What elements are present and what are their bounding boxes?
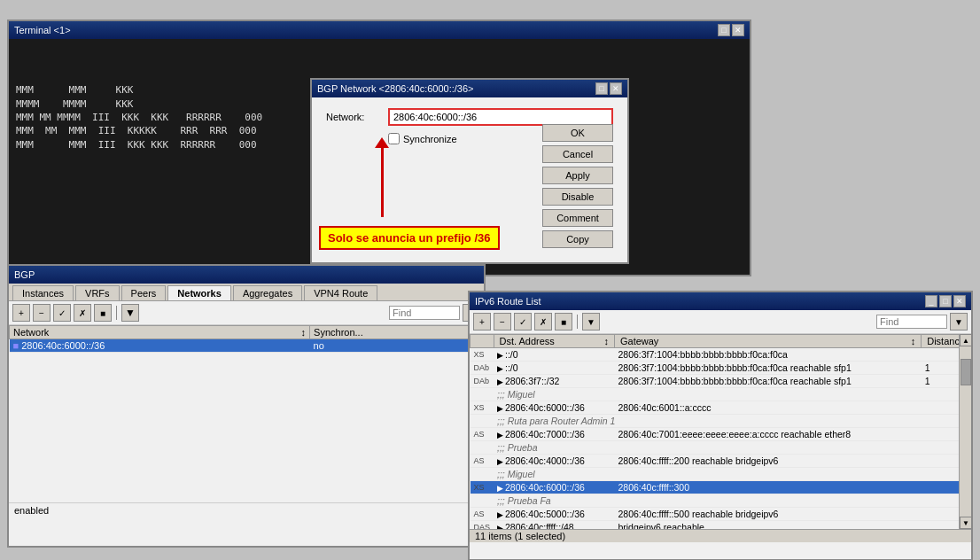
- col-sync[interactable]: Synchron...: [310, 326, 484, 339]
- terminal-restore-btn[interactable]: □: [718, 24, 730, 36]
- bgp-title: BGP: [14, 269, 35, 280]
- scroll-up-btn[interactable]: ▲: [960, 334, 971, 346]
- terminal-titlebar-buttons: □ ✕: [718, 24, 744, 36]
- row-dst: ▶2806:40c:5000::/36: [494, 508, 614, 521]
- row-dst: ▶2806:40c:4000::/36: [494, 455, 614, 468]
- row-type: DAb: [471, 362, 494, 375]
- table-row[interactable]: DAb ▶::/0 2806:3f7:1004:bbbb:bbbb:bbbb:f…: [471, 362, 971, 375]
- ipv6-titlebar: IPv6 Route List _ □ ✕: [470, 292, 971, 310]
- row-type: AS: [471, 428, 494, 441]
- row-comment: ;;; Ruta para Router Admin 1: [494, 415, 970, 428]
- dialog-buttons: OK Cancel Apply Disable Comment Copy: [542, 124, 613, 248]
- bgp-search-input[interactable]: [389, 306, 460, 320]
- table-row[interactable]: AS ▶2806:40c:5000::/36 2806:40c:ffff::50…: [471, 508, 971, 521]
- bgp-table-container[interactable]: Network ↕ Synchron... ■2806:40c:6000::/3…: [9, 325, 484, 502]
- bgp-check-btn[interactable]: ✓: [53, 304, 71, 322]
- ipv6-min-btn[interactable]: _: [925, 295, 937, 307]
- bgp-filter-btn[interactable]: ▼: [121, 304, 139, 322]
- ipv6-check-btn[interactable]: ✓: [514, 313, 532, 331]
- scroll-thumb[interactable]: [961, 359, 971, 385]
- row-dst: ▶2806:40c:6000::/36: [494, 481, 614, 494]
- ipv6-scrollbar[interactable]: ▲ ▼: [959, 334, 971, 529]
- bgp-window: BGP Instances VRFs Peers Networks Aggreg…: [7, 264, 486, 548]
- dialog-title: BGP Network <2806:40c:6000::/36>: [317, 83, 474, 94]
- row-dst: ▶2806:3f7::/32: [494, 375, 614, 388]
- copy-button[interactable]: Copy: [542, 230, 613, 248]
- tab-instances[interactable]: Instances: [12, 285, 74, 300]
- tab-vrfs[interactable]: VRFs: [75, 285, 120, 300]
- network-label: Network:: [326, 112, 388, 122]
- row-network: ■2806:40c:6000::/36: [10, 339, 310, 353]
- dialog-titlebar: BGP Network <2806:40c:6000::/36> □ ✕: [312, 80, 627, 97]
- tab-vpn4route[interactable]: VPN4 Route: [304, 285, 377, 300]
- table-row[interactable]: XS ▶2806:40c:6000::/36 2806:40c:ffff::30…: [471, 481, 971, 494]
- bgp-x-btn[interactable]: ✗: [74, 304, 91, 322]
- ipv6-titlebar-buttons: _ □ ✕: [925, 295, 966, 307]
- ipv6-add-btn[interactable]: +: [473, 313, 491, 331]
- terminal-close-btn[interactable]: ✕: [732, 24, 744, 36]
- table-row[interactable]: XS ▶::/0 2806:3f7:1004:bbbb:bbbb:bbbb:f0…: [471, 348, 971, 362]
- table-row[interactable]: AS ▶2806:40c:7000::/36 2806:40c:7001:eee…: [471, 428, 971, 441]
- row-type: AS: [471, 508, 494, 521]
- row-comment: ;;; Miguel: [494, 468, 970, 481]
- table-row[interactable]: XS ▶2806:40c:6000::/36 2806:40c:6001::a:…: [471, 401, 971, 415]
- row-gateway: 2806:40c:6001::a:cccc: [614, 401, 921, 415]
- tab-peers[interactable]: Peers: [121, 285, 167, 300]
- comment-button[interactable]: Comment: [542, 209, 613, 227]
- ipv6-window: IPv6 Route List _ □ ✕ + − ✓ ✗ ■ ▼ ▼ Dst.…: [468, 291, 973, 560]
- ipv6-toolbar: + − ✓ ✗ ■ ▼ ▼: [470, 310, 971, 334]
- row-comment: ;;; Miguel: [494, 388, 970, 401]
- table-row[interactable]: ■2806:40c:6000::/36 no: [10, 339, 484, 353]
- bgp-copy-btn[interactable]: ■: [94, 304, 112, 322]
- apply-button[interactable]: Apply: [542, 167, 613, 184]
- bgp-titlebar: BGP: [9, 266, 484, 284]
- table-row[interactable]: ;;; Miguel: [471, 468, 971, 481]
- ipv6-remove-btn[interactable]: −: [494, 313, 511, 331]
- row-dst: ▶2806:40c:7000::/36: [494, 428, 614, 441]
- row-gateway: 2806:40c:7001:eeee:eeee:eeee:a:cccc reac…: [614, 428, 921, 441]
- cancel-button[interactable]: Cancel: [542, 145, 613, 163]
- ok-button[interactable]: OK: [542, 124, 613, 142]
- table-row[interactable]: ;;; Prueba: [471, 441, 971, 455]
- scroll-down-btn[interactable]: ▼: [960, 517, 971, 529]
- table-row[interactable]: ;;; Ruta para Router Admin 1: [471, 415, 971, 428]
- bgp-table: Network ↕ Synchron... ■2806:40c:6000::/3…: [9, 325, 484, 353]
- table-row[interactable]: DAb ▶2806:3f7::/32 2806:3f7:1004:bbbb:bb…: [471, 375, 971, 388]
- row-type: [471, 388, 494, 401]
- disable-button[interactable]: Disable: [542, 188, 613, 206]
- ipv6-close-btn[interactable]: ✕: [953, 295, 966, 307]
- bgp-add-btn[interactable]: +: [12, 304, 30, 322]
- row-sync: no: [310, 339, 484, 353]
- network-input[interactable]: [388, 108, 613, 126]
- ipv6-table-container[interactable]: Dst. Address ↕ Gateway ↕ Distance XS ▶::…: [470, 334, 971, 529]
- ipv6-table-wrapper: Dst. Address ↕ Gateway ↕ Distance XS ▶::…: [470, 334, 971, 529]
- col-dst[interactable]: Dst. Address ↕: [494, 335, 614, 348]
- ipv6-toolbar-sep: [577, 315, 578, 329]
- ipv6-copy-btn[interactable]: ■: [555, 313, 572, 331]
- col-network[interactable]: Network ↕: [10, 326, 310, 339]
- row-gateway: 2806:40c:ffff::200 reachable bridgeipv6: [614, 455, 921, 468]
- col-type: [471, 335, 494, 348]
- col-gateway[interactable]: Gateway ↕: [614, 335, 921, 348]
- terminal-title: Terminal <1>: [14, 25, 71, 35]
- table-row[interactable]: AS ▶2806:40c:4000::/36 2806:40c:ffff::20…: [471, 455, 971, 468]
- synchronize-checkbox[interactable]: [388, 133, 400, 144]
- bgp-remove-btn[interactable]: −: [33, 304, 51, 322]
- table-row[interactable]: ;;; Miguel: [471, 388, 971, 401]
- bgp-toolbar: + − ✓ ✗ ■ ▼ ▼: [9, 301, 484, 325]
- table-row[interactable]: DAS ▶2806:40c:ffff::/48 bridgeipv6 reach…: [471, 521, 971, 530]
- table-row[interactable]: ;;; Prueba Fa: [471, 494, 971, 508]
- ipv6-restore-btn[interactable]: □: [939, 295, 952, 307]
- ipv6-x-btn[interactable]: ✗: [534, 313, 552, 331]
- tab-networks[interactable]: Networks: [167, 285, 231, 300]
- ipv6-search-input[interactable]: [876, 315, 947, 329]
- row-type: DAb: [471, 375, 494, 388]
- dialog-close-btn[interactable]: ✕: [610, 82, 622, 95]
- dialog-restore-btn[interactable]: □: [595, 82, 608, 95]
- row-type: XS: [471, 401, 494, 415]
- row-dst: ▶2806:40c:ffff::/48: [494, 521, 614, 530]
- synchronize-label: Synchronize: [403, 134, 457, 144]
- tab-aggregates[interactable]: Aggregates: [233, 285, 302, 300]
- ipv6-filter-btn[interactable]: ▼: [582, 313, 600, 331]
- ipv6-search-btn[interactable]: ▼: [950, 313, 968, 331]
